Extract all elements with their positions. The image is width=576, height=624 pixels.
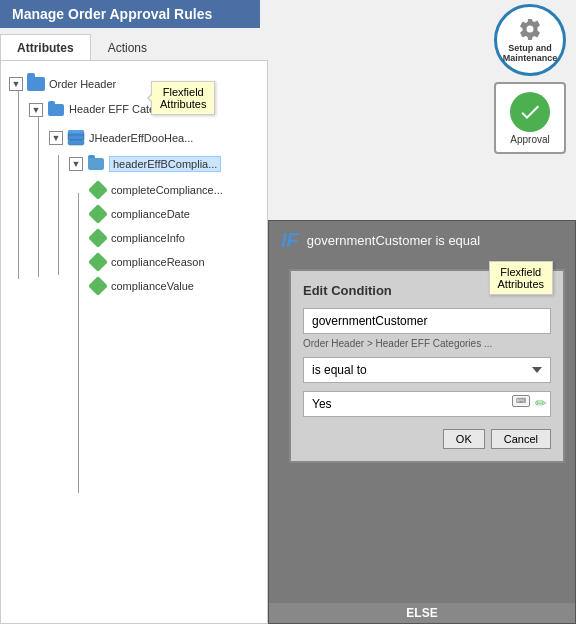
condition-field-input[interactable] bbox=[303, 308, 551, 334]
else-footer: ELSE bbox=[269, 603, 575, 623]
tab-attributes[interactable]: Attributes bbox=[0, 34, 91, 63]
tree-node-complianceinfo[interactable]: complianceInfo bbox=[89, 229, 259, 247]
label-compliancevalue: complianceValue bbox=[111, 280, 194, 292]
tree-vline-2 bbox=[38, 117, 39, 277]
approval-label: Approval bbox=[510, 134, 549, 145]
svg-rect-3 bbox=[68, 140, 84, 145]
condition-field-path: Order Header > Header EFF Categories ... bbox=[303, 338, 551, 349]
label-compliancereason: complianceReason bbox=[111, 256, 205, 268]
tree-node-order-header[interactable]: ▼ Order Header bbox=[9, 75, 259, 93]
setup-label-line1: Setup and bbox=[508, 43, 552, 53]
callout-left-line2: Attributes bbox=[160, 98, 206, 110]
pencil-icon[interactable]: ✏ bbox=[535, 395, 547, 411]
label-jheadereff: JHeaderEffDooHea... bbox=[89, 132, 193, 144]
tree-node-headereff-complia[interactable]: ▼ headerEffBComplia... bbox=[69, 155, 259, 173]
tree-node-jheadereff[interactable]: ▼ JHeaderEffDooHea... bbox=[49, 129, 259, 147]
condition-operator-select[interactable]: is equal to is not equal to is less than… bbox=[303, 357, 551, 383]
ok-button[interactable]: OK bbox=[443, 429, 485, 449]
tree-node-compliancevalue[interactable]: complianceValue bbox=[89, 277, 259, 295]
label-compliancedate: complianceDate bbox=[111, 208, 190, 220]
value-input-icons: ⌨ ✏ bbox=[512, 395, 547, 411]
expand-headereff-complia[interactable]: ▼ bbox=[69, 157, 83, 171]
callout-right-line1: Flexfield bbox=[500, 266, 541, 278]
if-condition-text: governmentCustomer is equal bbox=[307, 233, 480, 248]
setup-maintenance-icon[interactable]: Setup and Maintenance bbox=[494, 4, 566, 76]
db-icon-jheadereff bbox=[67, 129, 85, 147]
callout-flexfield-left: Flexfield Attributes bbox=[151, 81, 215, 115]
checkmark-circle bbox=[510, 92, 550, 132]
expand-header-eff[interactable]: ▼ bbox=[29, 103, 43, 117]
left-panel: ▼ Order Header ▼ Header EFF Categories ▼ bbox=[0, 60, 268, 624]
expand-jheadereff[interactable]: ▼ bbox=[49, 131, 63, 145]
callout-left-line1: Flexfield bbox=[163, 86, 204, 98]
diamond-icon-compliancereason bbox=[89, 253, 107, 271]
keyboard-icon[interactable]: ⌨ bbox=[512, 395, 530, 407]
tree-node-header-eff[interactable]: ▼ Header EFF Categories bbox=[29, 101, 259, 119]
if-header: IF governmentCustomer is equal bbox=[269, 221, 575, 260]
diamond-icon-complianceinfo bbox=[89, 229, 107, 247]
tree-vline-1 bbox=[18, 79, 19, 279]
tab-actions[interactable]: Actions bbox=[91, 34, 164, 61]
page-title: Manage Order Approval Rules bbox=[0, 0, 260, 28]
diamond-icon-completecompliance bbox=[89, 181, 107, 199]
diamond-icon-compliancevalue bbox=[89, 277, 107, 295]
else-label: ELSE bbox=[406, 606, 437, 620]
setup-label-line2: Maintenance bbox=[503, 53, 558, 63]
tree-node-compliancedate[interactable]: complianceDate bbox=[89, 205, 259, 223]
edit-condition-modal: Flexfield Attributes Edit Condition Orde… bbox=[289, 269, 565, 463]
label-headereff-complia: headerEffBComplia... bbox=[109, 156, 221, 172]
folder-icon-header-eff bbox=[47, 101, 65, 119]
tree-vline-4 bbox=[78, 193, 79, 493]
label-completecompliance: completeCompliance... bbox=[111, 184, 223, 196]
tree-container: ▼ Order Header ▼ Header EFF Categories ▼ bbox=[1, 61, 267, 309]
right-panel: IF governmentCustomer is equal Flexfield… bbox=[268, 220, 576, 624]
expand-order-header[interactable]: ▼ bbox=[9, 77, 23, 91]
tree-vline-3 bbox=[58, 155, 59, 275]
cancel-button[interactable]: Cancel bbox=[491, 429, 551, 449]
top-right-icons: Setup and Maintenance Approval bbox=[494, 4, 566, 154]
tabs-bar: Attributes Actions bbox=[0, 34, 260, 63]
svg-rect-2 bbox=[68, 135, 84, 140]
folder-icon-headereff-complia bbox=[87, 155, 105, 173]
modal-actions: OK Cancel bbox=[303, 429, 551, 449]
diamond-icon-compliancedate bbox=[89, 205, 107, 223]
label-complianceinfo: complianceInfo bbox=[111, 232, 185, 244]
callout-right-line2: Attributes bbox=[498, 278, 544, 290]
tree-node-completecompliance[interactable]: completeCompliance... bbox=[89, 181, 259, 199]
label-order-header: Order Header bbox=[49, 78, 116, 90]
callout-flexfield-right: Flexfield Attributes bbox=[489, 261, 553, 295]
if-label: IF bbox=[281, 229, 299, 252]
approval-icon[interactable]: Approval bbox=[494, 82, 566, 154]
tree-node-compliancereason[interactable]: complianceReason bbox=[89, 253, 259, 271]
folder-icon-order-header bbox=[27, 75, 45, 93]
